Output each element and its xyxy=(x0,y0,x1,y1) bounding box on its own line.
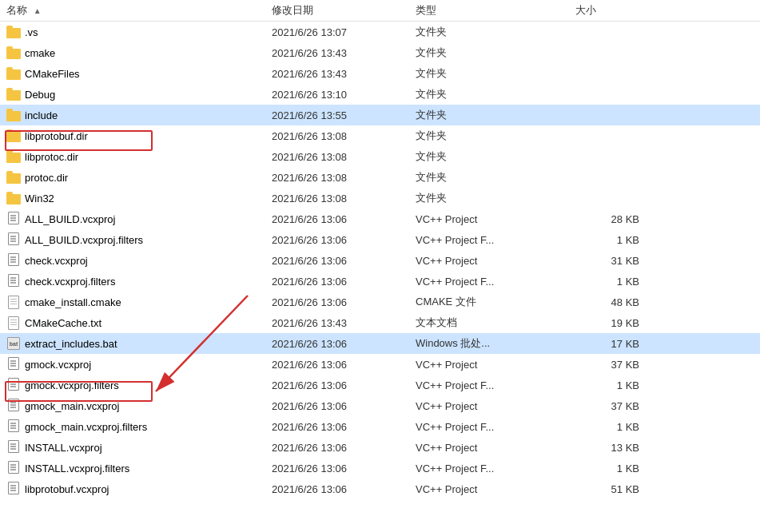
cell-date: 2021/6/26 13:08 xyxy=(272,130,416,142)
cell-name: Win32 xyxy=(0,191,272,205)
cell-name: INSTALL.vcxproj.filters xyxy=(0,461,272,475)
cell-name: libprotoc.dir xyxy=(0,149,272,164)
cell-date: 2021/6/26 13:06 xyxy=(272,213,416,225)
cell-date: 2021/6/26 13:06 xyxy=(272,421,416,433)
cell-name: ALL_BUILD.vcxproj xyxy=(0,212,272,226)
file-icon xyxy=(6,295,21,309)
column-header: 名称 ▲ 修改日期 类型 大小 xyxy=(0,0,760,22)
table-row[interactable]: libprotobuf.vcxproj2021/6/26 13:06VC++ P… xyxy=(0,478,760,499)
table-row[interactable]: CMakeFiles2021/6/26 13:43文件夹 xyxy=(0,63,760,84)
cell-date: 2021/6/26 13:43 xyxy=(272,68,416,80)
cell-type: VC++ Project F... xyxy=(416,276,575,288)
cell-name: bat extract_includes.bat xyxy=(0,336,272,351)
table-row[interactable]: INSTALL.vcxproj2021/6/26 13:06VC++ Proje… xyxy=(0,437,760,458)
table-row[interactable]: gmock_main.vcxproj2021/6/26 13:06VC++ Pr… xyxy=(0,395,760,416)
cell-date: 2021/6/26 13:06 xyxy=(272,442,416,454)
col-date-header[interactable]: 修改日期 xyxy=(272,3,416,18)
cell-name: CMakeFiles xyxy=(0,66,272,81)
cell-name: Debug xyxy=(0,87,272,101)
table-row[interactable]: protoc.dir2021/6/26 13:08文件夹 xyxy=(0,167,760,188)
cell-type: 文件夹 xyxy=(416,87,575,101)
file-list[interactable]: .vs2021/6/26 13:07文件夹cmake2021/6/26 13:4… xyxy=(0,22,760,532)
cell-name: .vs xyxy=(0,25,272,39)
proj-icon xyxy=(6,378,21,392)
cell-type: 文件夹 xyxy=(416,108,575,122)
table-row[interactable]: gmock_main.vcxproj.filters2021/6/26 13:0… xyxy=(0,416,760,437)
table-row[interactable]: check.vcxproj2021/6/26 13:06VC++ Project… xyxy=(0,250,760,271)
table-row[interactable]: libprotobuf.dir2021/6/26 13:08文件夹 xyxy=(0,125,760,146)
filename: INSTALL.vcxproj xyxy=(25,442,102,454)
table-row[interactable]: INSTALL.vcxproj.filters2021/6/26 13:06VC… xyxy=(0,458,760,478)
table-row[interactable]: Debug2021/6/26 13:10文件夹 xyxy=(0,84,760,105)
file-icon xyxy=(6,316,21,330)
table-row[interactable]: gmock.vcxproj2021/6/26 13:06VC++ Project… xyxy=(0,354,760,375)
table-row[interactable]: cmake_install.cmake2021/6/26 13:06CMAKE … xyxy=(0,292,760,312)
filename: libprotobuf.vcxproj xyxy=(25,483,109,495)
filename: gmock_main.vcxproj xyxy=(25,400,120,412)
table-row[interactable]: bat extract_includes.bat2021/6/26 13:06W… xyxy=(0,333,760,354)
cell-name: INSTALL.vcxproj xyxy=(0,440,272,455)
cell-date: 2021/6/26 13:06 xyxy=(272,255,416,267)
table-row[interactable]: check.vcxproj.filters2021/6/26 13:06VC++… xyxy=(0,271,760,292)
date-label: 修改日期 xyxy=(272,4,313,16)
proj-icon xyxy=(6,482,21,496)
cell-date: 2021/6/26 13:06 xyxy=(272,276,416,288)
table-row[interactable]: .vs2021/6/26 13:07文件夹 xyxy=(0,22,760,42)
cell-date: 2021/6/26 13:08 xyxy=(272,193,416,204)
table-row[interactable]: libprotoc.dir2021/6/26 13:08文件夹 xyxy=(0,146,760,167)
cell-type: 文件夹 xyxy=(416,46,575,60)
proj-icon xyxy=(6,274,21,288)
cell-type: VC++ Project xyxy=(416,359,575,371)
table-row[interactable]: include2021/6/26 13:55文件夹 xyxy=(0,105,760,125)
folder-icon xyxy=(6,129,21,143)
cell-size: 1 KB xyxy=(575,234,655,246)
cell-type: 文件夹 xyxy=(416,149,575,164)
cell-type: CMAKE 文件 xyxy=(416,295,575,309)
cell-date: 2021/6/26 13:43 xyxy=(272,47,416,59)
col-type-header[interactable]: 类型 xyxy=(416,3,575,18)
table-row[interactable]: ALL_BUILD.vcxproj2021/6/26 13:06VC++ Pro… xyxy=(0,208,760,229)
cell-date: 2021/6/26 13:08 xyxy=(272,151,416,163)
proj-icon xyxy=(6,232,21,247)
table-row[interactable]: Win322021/6/26 13:08文件夹 xyxy=(0,188,760,208)
bat-icon: bat xyxy=(6,336,21,351)
cell-date: 2021/6/26 13:06 xyxy=(272,338,416,350)
cell-type: 文件夹 xyxy=(416,170,575,185)
cell-type: VC++ Project F... xyxy=(416,463,575,474)
cell-size: 1 KB xyxy=(575,463,655,474)
cell-name: include xyxy=(0,108,272,122)
cell-size: 13 KB xyxy=(575,442,655,454)
filename: protoc.dir xyxy=(25,172,68,184)
cell-date: 2021/6/26 13:06 xyxy=(272,379,416,391)
table-row[interactable]: gmock.vcxproj.filters2021/6/26 13:06VC++… xyxy=(0,375,760,395)
cell-type: 文件夹 xyxy=(416,129,575,143)
filename: CMakeCache.txt xyxy=(25,317,101,329)
filename: libprotobuf.dir xyxy=(25,130,88,142)
cell-date: 2021/6/26 13:06 xyxy=(272,483,416,495)
proj-icon xyxy=(6,399,21,413)
col-name-header[interactable]: 名称 ▲ xyxy=(0,3,272,18)
type-label: 类型 xyxy=(416,4,436,16)
filename: check.vcxproj.filters xyxy=(25,276,115,288)
cell-name: cmake xyxy=(0,46,272,60)
cell-date: 2021/6/26 13:06 xyxy=(272,359,416,371)
table-row[interactable]: ALL_BUILD.vcxproj.filters2021/6/26 13:06… xyxy=(0,229,760,250)
filename: Debug xyxy=(25,89,55,101)
cell-date: 2021/6/26 13:10 xyxy=(272,89,416,101)
cell-name: check.vcxproj.filters xyxy=(0,274,272,288)
cell-size: 1 KB xyxy=(575,421,655,433)
col-size-header[interactable]: 大小 xyxy=(575,3,655,18)
cell-date: 2021/6/26 13:07 xyxy=(272,26,416,38)
folder-icon xyxy=(6,66,21,81)
table-row[interactable]: CMakeCache.txt2021/6/26 13:43文本文档19 KB xyxy=(0,312,760,333)
table-row[interactable]: cmake2021/6/26 13:43文件夹 xyxy=(0,42,760,63)
proj-icon xyxy=(6,212,21,226)
cell-size: 37 KB xyxy=(575,400,655,412)
cell-name: libprotobuf.vcxproj xyxy=(0,482,272,496)
cell-type: VC++ Project xyxy=(416,255,575,267)
cell-name: gmock.vcxproj xyxy=(0,357,272,371)
filename: libprotoc.dir xyxy=(25,151,78,163)
cell-type: VC++ Project xyxy=(416,442,575,454)
folder-icon xyxy=(6,170,21,185)
filename: check.vcxproj xyxy=(25,255,88,267)
